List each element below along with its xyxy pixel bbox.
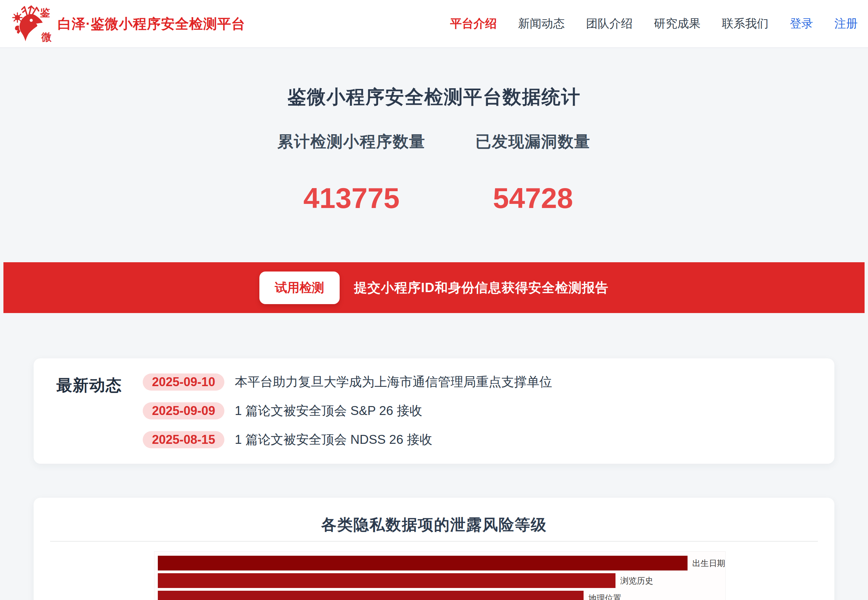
bar	[158, 556, 688, 570]
stat-label: 已发现漏洞数量	[475, 131, 591, 152]
main-nav: 平台介绍 新闻动态 团队介绍 研究成果 联系我们 登录 注册	[450, 16, 858, 32]
login-link[interactable]: 登录	[790, 16, 813, 32]
bar	[158, 573, 615, 588]
nav-item-contact[interactable]: 联系我们	[722, 16, 768, 32]
news-date-badge: 2025-09-10	[143, 373, 224, 391]
news-item[interactable]: 2025-09-09 1 篇论文被安全顶会 S&P 26 接收	[143, 402, 552, 420]
bar-row: 出生日期	[158, 556, 725, 570]
latest-news-card: 最新动态 2025-09-10 本平台助力复旦大学成为上海市通信管理局重点支撑单…	[33, 358, 835, 464]
svg-text:鉴: 鉴	[40, 7, 50, 18]
chart-title: 各类隐私数据项的泄露风险等级	[33, 515, 835, 534]
stat-vulns-found: 已发现漏洞数量 54728	[475, 131, 591, 215]
bar-label: 地理位置	[588, 593, 622, 600]
bar-row: 浏览历史	[158, 573, 725, 588]
header: 鉴 微 白泽·鉴微小程序安全检测平台 平台介绍 新闻动态 团队介绍 研究成果 联…	[0, 0, 868, 48]
brand-home-link[interactable]: 鉴 微 白泽·鉴微小程序安全检测平台	[12, 3, 245, 44]
register-link[interactable]: 注册	[835, 16, 858, 32]
trial-banner: 试用检测 提交小程序ID和身份信息获得安全检测报告	[3, 262, 865, 313]
news-item[interactable]: 2025-09-10 本平台助力复旦大学成为上海市通信管理局重点支撑单位	[143, 373, 552, 391]
stats-section-title: 鉴微小程序安全检测平台数据统计	[0, 85, 868, 110]
bar-label: 出生日期	[693, 558, 725, 569]
baize-logo-icon: 鉴 微	[12, 3, 52, 44]
bar-chart: 出生日期浏览历史地理位置消费记录	[154, 551, 726, 600]
nav-item-platform-intro[interactable]: 平台介绍	[450, 16, 497, 32]
news-text: 1 篇论文被安全顶会 S&P 26 接收	[235, 402, 422, 420]
bar-label: 浏览历史	[620, 575, 653, 586]
svg-text:微: 微	[41, 31, 52, 42]
news-text: 1 篇论文被安全顶会 NDSS 26 接收	[235, 431, 432, 448]
stat-apps-scanned: 累计检测小程序数量 413775	[278, 131, 426, 215]
news-heading: 最新动态	[56, 375, 122, 448]
bar-row: 地理位置	[158, 591, 725, 600]
site-title: 白泽·鉴微小程序安全检测平台	[57, 14, 245, 33]
nav-item-team[interactable]: 团队介绍	[586, 16, 633, 32]
stats-row: 累计检测小程序数量 413775 已发现漏洞数量 54728	[0, 131, 868, 215]
bar	[158, 591, 584, 600]
trial-banner-text: 提交小程序ID和身份信息获得安全检测报告	[354, 279, 609, 297]
divider	[50, 541, 818, 542]
trial-detect-button[interactable]: 试用检测	[259, 271, 340, 304]
news-item[interactable]: 2025-08-15 1 篇论文被安全顶会 NDSS 26 接收	[143, 431, 552, 448]
stat-value: 413775	[278, 182, 426, 215]
news-date-badge: 2025-09-09	[143, 402, 224, 420]
news-text: 本平台助力复旦大学成为上海市通信管理局重点支撑单位	[235, 373, 552, 391]
nav-item-research[interactable]: 研究成果	[654, 16, 700, 32]
stat-label: 累计检测小程序数量	[278, 131, 426, 152]
news-list: 2025-09-10 本平台助力复旦大学成为上海市通信管理局重点支撑单位 202…	[143, 373, 552, 448]
risk-chart-card: 各类隐私数据项的泄露风险等级 出生日期浏览历史地理位置消费记录	[33, 498, 835, 600]
stat-value: 54728	[475, 182, 591, 215]
nav-item-news[interactable]: 新闻动态	[518, 16, 565, 32]
news-date-badge: 2025-08-15	[143, 431, 224, 448]
